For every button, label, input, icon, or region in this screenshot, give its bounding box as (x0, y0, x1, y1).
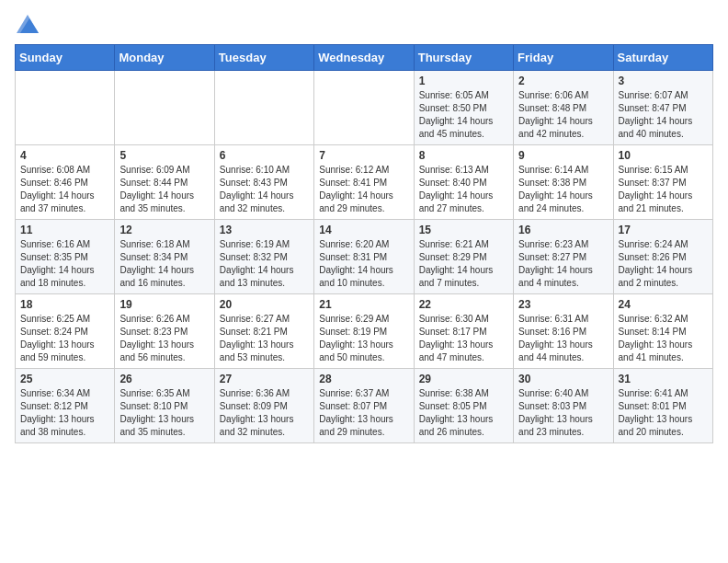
calendar-cell: 16Sunrise: 6:23 AM Sunset: 8:27 PM Dayli… (514, 220, 613, 294)
day-number: 26 (119, 373, 209, 385)
day-info: Sunrise: 6:18 AM Sunset: 8:34 PM Dayligh… (119, 238, 209, 290)
day-info: Sunrise: 6:31 AM Sunset: 8:16 PM Dayligh… (518, 313, 608, 364)
calendar-cell (214, 71, 313, 145)
day-number: 24 (619, 298, 708, 311)
day-info: Sunrise: 6:05 AM Sunset: 8:50 PM Dayligh… (419, 89, 508, 141)
calendar-cell: 14Sunrise: 6:20 AM Sunset: 8:31 PM Dayli… (314, 220, 414, 294)
calendar-cell: 27Sunrise: 6:36 AM Sunset: 8:09 PM Dayli… (214, 369, 313, 443)
day-number: 9 (518, 149, 608, 162)
day-number: 20 (220, 298, 309, 311)
day-number: 12 (119, 224, 209, 236)
day-info: Sunrise: 6:38 AM Sunset: 8:05 PM Dayligh… (419, 387, 508, 439)
day-number: 11 (20, 224, 109, 236)
calendar-cell: 19Sunrise: 6:26 AM Sunset: 8:23 PM Dayli… (115, 294, 214, 369)
calendar-cell: 3Sunrise: 6:07 AM Sunset: 8:47 PM Daylig… (613, 71, 712, 145)
calendar-cell: 26Sunrise: 6:35 AM Sunset: 8:10 PM Dayli… (115, 369, 214, 443)
day-info: Sunrise: 6:35 AM Sunset: 8:10 PM Dayligh… (119, 387, 209, 439)
day-info: Sunrise: 6:41 AM Sunset: 8:01 PM Dayligh… (619, 387, 708, 439)
day-number: 22 (419, 298, 508, 311)
day-info: Sunrise: 6:10 AM Sunset: 8:43 PM Dayligh… (220, 164, 309, 215)
day-number: 7 (319, 149, 408, 162)
calendar-cell: 7Sunrise: 6:12 AM Sunset: 8:41 PM Daylig… (314, 145, 414, 220)
calendar-week-row: 18Sunrise: 6:25 AM Sunset: 8:24 PM Dayli… (16, 294, 713, 369)
day-number: 28 (319, 373, 408, 385)
day-info: Sunrise: 6:30 AM Sunset: 8:17 PM Dayligh… (419, 313, 508, 364)
calendar-cell: 28Sunrise: 6:37 AM Sunset: 8:07 PM Dayli… (314, 369, 414, 443)
weekday-header-thursday: Thursday (414, 45, 513, 71)
calendar-cell: 25Sunrise: 6:34 AM Sunset: 8:12 PM Dayli… (16, 369, 115, 443)
calendar-cell: 24Sunrise: 6:32 AM Sunset: 8:14 PM Dayli… (613, 294, 712, 369)
calendar-cell: 5Sunrise: 6:09 AM Sunset: 8:44 PM Daylig… (115, 145, 214, 220)
day-info: Sunrise: 6:14 AM Sunset: 8:38 PM Dayligh… (518, 164, 608, 215)
day-info: Sunrise: 6:36 AM Sunset: 8:09 PM Dayligh… (220, 387, 309, 439)
day-info: Sunrise: 6:16 AM Sunset: 8:35 PM Dayligh… (20, 238, 109, 290)
calendar-week-row: 1Sunrise: 6:05 AM Sunset: 8:50 PM Daylig… (16, 71, 713, 145)
day-number: 13 (220, 224, 309, 236)
day-info: Sunrise: 6:21 AM Sunset: 8:29 PM Dayligh… (419, 238, 508, 290)
calendar-cell: 10Sunrise: 6:15 AM Sunset: 8:37 PM Dayli… (613, 145, 712, 220)
day-number: 23 (518, 298, 608, 311)
calendar-cell: 30Sunrise: 6:40 AM Sunset: 8:03 PM Dayli… (514, 369, 613, 443)
day-info: Sunrise: 6:06 AM Sunset: 8:48 PM Dayligh… (518, 89, 608, 141)
calendar-cell: 8Sunrise: 6:13 AM Sunset: 8:40 PM Daylig… (414, 145, 513, 220)
weekday-header-monday: Monday (115, 45, 214, 71)
day-number: 1 (419, 75, 508, 87)
day-number: 25 (20, 373, 109, 385)
calendar-cell (115, 71, 214, 145)
calendar-cell: 6Sunrise: 6:10 AM Sunset: 8:43 PM Daylig… (214, 145, 313, 220)
day-info: Sunrise: 6:26 AM Sunset: 8:23 PM Dayligh… (119, 313, 209, 364)
calendar-cell: 17Sunrise: 6:24 AM Sunset: 8:26 PM Dayli… (613, 220, 712, 294)
day-number: 8 (419, 149, 508, 162)
weekday-header-tuesday: Tuesday (214, 45, 313, 71)
calendar-cell: 12Sunrise: 6:18 AM Sunset: 8:34 PM Dayli… (115, 220, 214, 294)
day-number: 29 (419, 373, 508, 385)
weekday-header-saturday: Saturday (613, 45, 712, 71)
day-number: 16 (518, 224, 608, 236)
calendar-header-row: SundayMondayTuesdayWednesdayThursdayFrid… (16, 45, 713, 71)
day-info: Sunrise: 6:12 AM Sunset: 8:41 PM Dayligh… (319, 164, 408, 215)
day-number: 31 (619, 373, 708, 385)
day-info: Sunrise: 6:32 AM Sunset: 8:14 PM Dayligh… (619, 313, 708, 364)
calendar-cell (314, 71, 414, 145)
day-info: Sunrise: 6:20 AM Sunset: 8:31 PM Dayligh… (319, 238, 408, 290)
day-info: Sunrise: 6:29 AM Sunset: 8:19 PM Dayligh… (319, 313, 408, 364)
day-info: Sunrise: 6:13 AM Sunset: 8:40 PM Dayligh… (419, 164, 508, 215)
calendar-cell: 11Sunrise: 6:16 AM Sunset: 8:35 PM Dayli… (16, 220, 115, 294)
weekday-header-wednesday: Wednesday (314, 45, 414, 71)
calendar-cell: 2Sunrise: 6:06 AM Sunset: 8:48 PM Daylig… (514, 71, 613, 145)
day-number: 15 (419, 224, 508, 236)
day-info: Sunrise: 6:23 AM Sunset: 8:27 PM Dayligh… (518, 238, 608, 290)
calendar-cell: 29Sunrise: 6:38 AM Sunset: 8:05 PM Dayli… (414, 369, 513, 443)
day-number: 21 (319, 298, 408, 311)
logo (15, 15, 39, 33)
day-info: Sunrise: 6:40 AM Sunset: 8:03 PM Dayligh… (518, 387, 608, 439)
day-number: 14 (319, 224, 408, 236)
weekday-header-sunday: Sunday (16, 45, 115, 71)
day-info: Sunrise: 6:19 AM Sunset: 8:32 PM Dayligh… (220, 238, 309, 290)
calendar-cell: 31Sunrise: 6:41 AM Sunset: 8:01 PM Dayli… (613, 369, 712, 443)
day-number: 5 (119, 149, 209, 162)
calendar-week-row: 11Sunrise: 6:16 AM Sunset: 8:35 PM Dayli… (16, 220, 713, 294)
calendar-cell: 18Sunrise: 6:25 AM Sunset: 8:24 PM Dayli… (16, 294, 115, 369)
page-header (15, 15, 713, 33)
day-info: Sunrise: 6:07 AM Sunset: 8:47 PM Dayligh… (619, 89, 708, 141)
calendar-cell: 9Sunrise: 6:14 AM Sunset: 8:38 PM Daylig… (514, 145, 613, 220)
day-number: 4 (20, 149, 109, 162)
calendar-table: SundayMondayTuesdayWednesdayThursdayFrid… (15, 44, 713, 443)
day-info: Sunrise: 6:37 AM Sunset: 8:07 PM Dayligh… (319, 387, 408, 439)
calendar-week-row: 4Sunrise: 6:08 AM Sunset: 8:46 PM Daylig… (16, 145, 713, 220)
calendar-cell: 13Sunrise: 6:19 AM Sunset: 8:32 PM Dayli… (214, 220, 313, 294)
weekday-header-friday: Friday (514, 45, 613, 71)
calendar-cell: 15Sunrise: 6:21 AM Sunset: 8:29 PM Dayli… (414, 220, 513, 294)
calendar-cell (16, 71, 115, 145)
calendar-cell: 20Sunrise: 6:27 AM Sunset: 8:21 PM Dayli… (214, 294, 313, 369)
day-info: Sunrise: 6:34 AM Sunset: 8:12 PM Dayligh… (20, 387, 109, 439)
day-info: Sunrise: 6:25 AM Sunset: 8:24 PM Dayligh… (20, 313, 109, 364)
calendar-week-row: 25Sunrise: 6:34 AM Sunset: 8:12 PM Dayli… (16, 369, 713, 443)
day-number: 30 (518, 373, 608, 385)
day-info: Sunrise: 6:08 AM Sunset: 8:46 PM Dayligh… (20, 164, 109, 215)
day-number: 10 (619, 149, 708, 162)
calendar-cell: 21Sunrise: 6:29 AM Sunset: 8:19 PM Dayli… (314, 294, 414, 369)
calendar-cell: 23Sunrise: 6:31 AM Sunset: 8:16 PM Dayli… (514, 294, 613, 369)
day-info: Sunrise: 6:27 AM Sunset: 8:21 PM Dayligh… (220, 313, 309, 364)
